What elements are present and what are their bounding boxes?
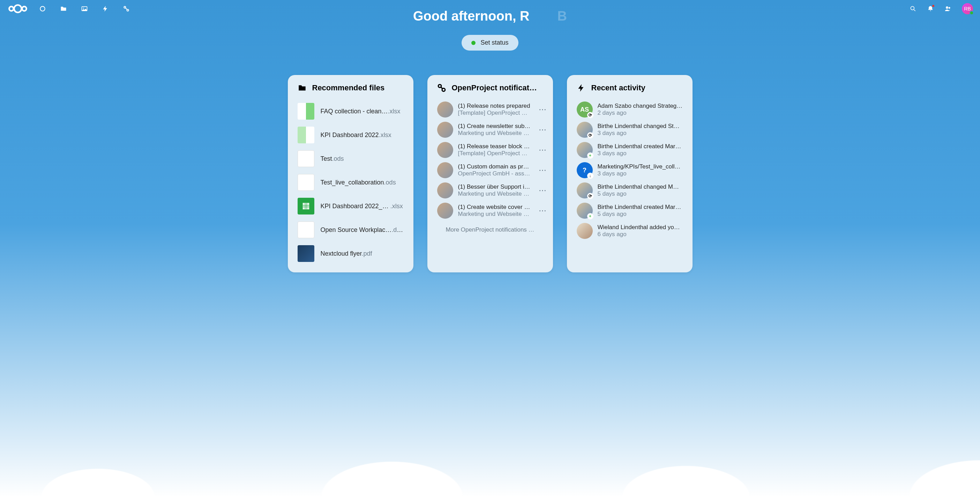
file-thumb-icon (298, 103, 314, 120)
openproject-title: OpenProject notificat… (452, 83, 537, 92)
file-name: Nextcloud flyer.pdf (321, 250, 372, 257)
activity-icon[interactable] (102, 5, 109, 12)
svg-point-8 (911, 6, 914, 10)
file-item[interactable]: Nextcloud flyer.pdf (288, 242, 414, 265)
dashboard-icon[interactable] (39, 5, 46, 12)
file-name: Test.ods (321, 155, 344, 162)
file-item[interactable]: FAQ collection - clean….xlsx (288, 99, 414, 123)
notification-item[interactable]: (1) Custom domain as pr…OpenProject GmbH… (427, 160, 553, 180)
file-name: Test_live_collaboration.ods (321, 179, 396, 186)
file-thumb-icon (298, 245, 314, 262)
activity-item[interactable]: Wieland Lindenthal added yo…6 days ago (567, 221, 692, 241)
photos-icon[interactable] (81, 5, 88, 12)
svg-point-2 (22, 6, 26, 11)
user-avatar-icon: ⟳ (577, 122, 593, 138)
activity-title: Recent activity (591, 83, 646, 92)
svg-point-13 (442, 88, 445, 91)
user-avatar[interactable]: RB (962, 3, 973, 14)
user-avatar-icon (437, 203, 453, 219)
sync-badge-icon: ⟳ (587, 132, 593, 138)
openproject-widget: OpenProject notificat… (1) Release notes… (427, 75, 553, 272)
svg-point-5 (83, 8, 84, 8)
file-thumb-icon (298, 127, 314, 143)
widgets-row: Recommended files FAQ collection - clean… (281, 75, 700, 286)
user-avatar-icon: + (577, 203, 593, 219)
user-avatar-icon: AS⟳ (577, 102, 593, 118)
user-avatar-icon (437, 162, 453, 178)
topbar-right: RB (910, 3, 973, 14)
activity-item[interactable]: + Birthe Lindenthal created Mar…5 days a… (567, 200, 692, 221)
svg-point-1 (14, 5, 21, 12)
file-item[interactable]: Open Source Workplac….docx (288, 218, 414, 242)
more-icon[interactable]: ⋯ (538, 145, 547, 154)
activity-item[interactable]: ?↓ Marketing/KPIs/Test_live_coll…3 days … (567, 160, 692, 180)
topbar: RB (0, 0, 980, 17)
svg-rect-11 (302, 203, 309, 210)
status-online-indicator (969, 11, 974, 15)
svg-point-3 (40, 6, 45, 11)
set-status-button[interactable]: Set status (461, 35, 518, 51)
more-icon[interactable]: ⋯ (538, 166, 547, 175)
user-avatar-icon (437, 122, 453, 138)
nav-icons (39, 5, 130, 12)
file-name: Open Source Workplac….docx (321, 226, 404, 234)
status-button-label: Set status (480, 39, 508, 46)
activity-item[interactable]: ⟳ Birthe Lindenthal changed St…3 days ag… (567, 120, 692, 140)
recommended-files-widget: Recommended files FAQ collection - clean… (288, 75, 414, 272)
svg-point-9 (946, 6, 948, 9)
file-thumb-icon (298, 221, 314, 238)
file-thumb-icon (298, 150, 314, 167)
notification-dot (932, 5, 935, 7)
svg-point-0 (9, 6, 13, 11)
unknown-avatar-icon: ?↓ (577, 162, 593, 178)
more-icon[interactable]: ⋯ (538, 206, 547, 215)
activity-header-icon (577, 83, 586, 92)
sync-badge-icon: ⟳ (587, 193, 593, 199)
download-badge-icon: ↓ (587, 173, 593, 179)
file-thumb-icon (298, 198, 314, 214)
notification-item[interactable]: (1) Create website cover …Marketing und … (427, 200, 553, 221)
more-notifications-link[interactable]: More OpenProject notifications … (427, 221, 553, 235)
more-icon[interactable]: ⋯ (538, 125, 547, 134)
user-avatar-icon (437, 142, 453, 158)
notifications-icon[interactable] (927, 5, 934, 12)
openproject-icon[interactable] (123, 5, 130, 12)
notification-item[interactable]: (1) Create newsletter sub…Marketing und … (427, 120, 553, 140)
user-avatar-icon: + (577, 142, 593, 158)
user-avatar-icon (577, 223, 593, 239)
svg-point-10 (948, 7, 950, 9)
more-icon[interactable]: ⋯ (538, 186, 547, 195)
recommended-title: Recommended files (312, 83, 385, 92)
status-dot-icon (471, 41, 476, 45)
file-thumb-icon (298, 174, 314, 191)
activity-item[interactable]: + Birthe Lindenthal created Mar…3 days a… (567, 140, 692, 160)
file-name: FAQ collection - clean….xlsx (321, 108, 401, 115)
user-avatar-icon (437, 102, 453, 118)
nextcloud-logo[interactable] (7, 3, 29, 14)
file-item[interactable]: Test.ods (288, 147, 414, 171)
file-item[interactable]: KPI Dashboard 2022_… .xlsx (288, 194, 414, 218)
file-name: KPI Dashboard 2022.xlsx (321, 132, 391, 139)
notification-item[interactable]: (1) Release teaser block …[Template] Ope… (427, 140, 553, 160)
contacts-icon[interactable] (944, 5, 951, 12)
file-item[interactable]: Test_live_collaboration.ods (288, 171, 414, 194)
notification-item[interactable]: (1) Besser über Support i…Marketing und … (427, 180, 553, 200)
search-icon[interactable] (910, 5, 916, 12)
more-icon[interactable]: ⋯ (538, 105, 547, 114)
svg-point-12 (438, 84, 441, 87)
sync-badge-icon: ⟳ (587, 112, 593, 118)
files-icon[interactable] (60, 5, 67, 12)
user-avatar-icon: ⟳ (577, 183, 593, 198)
plus-badge-icon: + (587, 213, 593, 219)
activity-item[interactable]: ⟳ Birthe Lindenthal changed M…5 days ago (567, 180, 692, 200)
file-name: KPI Dashboard 2022_… .xlsx (321, 203, 403, 210)
user-avatar-icon (437, 183, 453, 198)
openproject-header-icon (437, 83, 446, 92)
activity-widget: Recent activity AS⟳ Adam Szabo changed S… (567, 75, 692, 272)
activity-item[interactable]: AS⟳ Adam Szabo changed Strateg…2 days ag… (567, 99, 692, 120)
plus-badge-icon: + (587, 152, 593, 159)
user-initials: RB (964, 6, 970, 11)
notification-item[interactable]: (1) Release notes prepared[Template] Ope… (427, 99, 553, 120)
file-item[interactable]: KPI Dashboard 2022.xlsx (288, 123, 414, 147)
folder-icon (298, 83, 307, 92)
